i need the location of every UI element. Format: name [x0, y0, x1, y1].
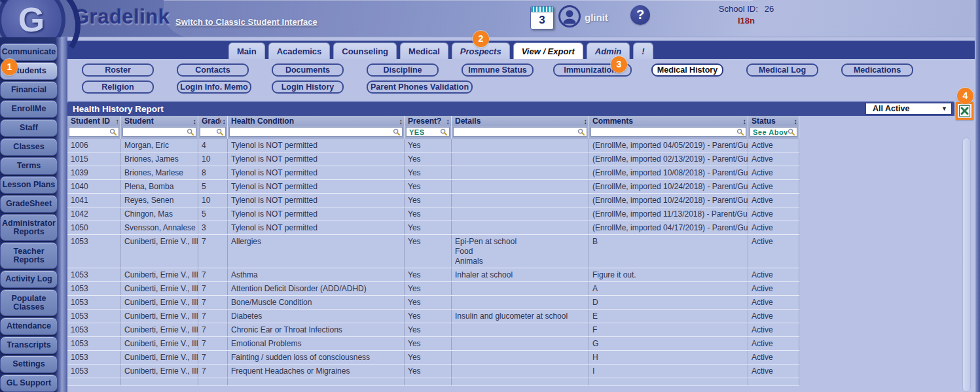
- cell-empty: [589, 378, 748, 385]
- sidebar-item-classes[interactable]: Classes: [0, 138, 58, 156]
- column-header-status[interactable]: Status↕: [748, 116, 799, 126]
- table-row[interactable]: 1042Chingon, Mas5Tylenol is NOT permitte…: [67, 207, 799, 221]
- sidebar-item-administrator-reports[interactable]: Administrator Reports: [0, 214, 58, 241]
- filter-input-health-condition[interactable]: [229, 127, 403, 137]
- cell-grade: 7: [198, 323, 228, 336]
- tab-medical[interactable]: Medical: [400, 43, 448, 59]
- table-row[interactable]: 1053Cuniberti, Ernie V., III7Fainting / …: [67, 351, 799, 365]
- table-row[interactable]: 1053Cuniberti, Ernie V., III7AllergiesYe…: [67, 235, 799, 268]
- sidebar-item-teacher-reports[interactable]: Teacher Reports: [0, 242, 58, 269]
- filter-input-comments[interactable]: [590, 127, 746, 137]
- table-row[interactable]: 1040Plena, Bomba5Tylenol is NOT permitte…: [67, 180, 799, 194]
- sidebar-item-terms[interactable]: Terms: [0, 157, 58, 175]
- filter-input-student-id[interactable]: [69, 127, 119, 137]
- table-row[interactable]: 1053Cuniberti, Ernie V., III7Frequent He…: [67, 365, 799, 378]
- filter-input-present[interactable]: YES: [406, 127, 450, 137]
- cell-student: Cuniberti, Ernie V., III: [121, 337, 198, 350]
- subnav-login-history[interactable]: Login History: [272, 80, 344, 94]
- search-icon[interactable]: [216, 128, 224, 136]
- sidebar-item-enrollme[interactable]: EnrollMe: [0, 100, 58, 118]
- cell-present: Yes: [405, 365, 452, 378]
- subnav-medications[interactable]: Medications: [841, 63, 913, 77]
- excel-export-button[interactable]: [956, 102, 973, 120]
- table-row[interactable]: 1006Morgan, Eric4Tylenol is NOT permitte…: [67, 139, 799, 152]
- classic-interface-link[interactable]: Switch to Classic Student Interface: [175, 17, 318, 27]
- search-icon[interactable]: [736, 128, 744, 136]
- column-header-present[interactable]: Present?↕: [405, 116, 452, 126]
- sidebar-item-gradesheet[interactable]: GradeSheet: [0, 195, 58, 213]
- filter-input-student[interactable]: [122, 127, 196, 137]
- tab-main[interactable]: Main: [228, 43, 265, 59]
- tab-view-export[interactable]: View / Export: [513, 43, 583, 59]
- column-header-health-condition[interactable]: Health Condition↕: [228, 116, 405, 126]
- tab-counseling[interactable]: Counseling: [333, 43, 397, 59]
- sidebar-item-financial[interactable]: Financial: [0, 81, 58, 99]
- cell-health-condition: Tylenol is NOT permitted: [228, 221, 405, 234]
- table-row[interactable]: 1053Cuniberti, Ernie V., III7DiabetesYes…: [67, 310, 799, 323]
- cell-grade: 5: [198, 207, 228, 221]
- table-row[interactable]: 1053Cuniberti, Ernie V., III7Attention D…: [67, 282, 799, 296]
- table-row[interactable]: 1053Cuniberti, Ernie V., III7Bone/Muscle…: [67, 296, 799, 310]
- subnav-parent-phones-validation[interactable]: Parent Phones Validation: [367, 80, 473, 94]
- sidebar-item-activity-log[interactable]: Activity Log: [0, 270, 58, 288]
- tab-admin[interactable]: Admin: [587, 43, 630, 59]
- column-header-comments[interactable]: Comments↕: [589, 116, 748, 126]
- table-row[interactable]: 1015Briones, James10Tylenol is NOT permi…: [67, 152, 799, 166]
- sidebar-item-lesson-plans[interactable]: Lesson Plans: [0, 176, 58, 194]
- table-row[interactable]: 1041Reyes, Senen10Tylenol is NOT permitt…: [67, 194, 799, 207]
- sidebar-item-populate-classes[interactable]: Populate Classes: [0, 289, 58, 316]
- sidebar-item-transcripts[interactable]: Transcripts: [0, 336, 58, 354]
- status-filter-dropdown[interactable]: All Active ▼: [865, 103, 952, 115]
- subnav-login-info-memo[interactable]: Login Info. Memo: [177, 80, 251, 94]
- table-row[interactable]: 1039Briones, Marlese8Tylenol is NOT perm…: [67, 166, 799, 180]
- filter-input-status[interactable]: See Above: [750, 127, 797, 137]
- table-row[interactable]: [67, 378, 799, 386]
- sidebar-item-communicate[interactable]: Communicate: [0, 43, 58, 61]
- subnav-documents[interactable]: Documents: [272, 63, 344, 77]
- cell-student-id: 1053: [67, 235, 121, 268]
- filter-cell-health-condition: [228, 126, 405, 139]
- subnav-medical-log[interactable]: Medical Log: [746, 63, 818, 77]
- cell-present: Yes: [405, 296, 452, 309]
- column-label: Comments: [592, 116, 633, 126]
- table-row[interactable]: 1053Cuniberti, Ernie V., III7Chronic Ear…: [67, 323, 799, 337]
- subnav-contacts[interactable]: Contacts: [177, 63, 249, 77]
- search-icon[interactable]: [393, 128, 401, 136]
- cell-present: Yes: [405, 337, 452, 350]
- table-header-row: Student ID↑Student↕Grade↕Health Conditio…: [67, 116, 799, 126]
- calendar-icon[interactable]: 3: [530, 6, 554, 29]
- sidebar-item-settings[interactable]: Settings: [0, 355, 58, 373]
- subnav-immune-status[interactable]: Immune Status: [462, 63, 534, 77]
- cell-student-id: 1053: [67, 365, 121, 378]
- column-header-student[interactable]: Student↕: [121, 116, 198, 126]
- sidebar-item-staff[interactable]: Staff: [0, 119, 58, 137]
- user-avatar-icon[interactable]: [558, 5, 581, 27]
- subnav-religion[interactable]: Religion: [82, 80, 154, 94]
- table-row[interactable]: 1050Svensson, Annalese3Tylenol is NOT pe…: [67, 221, 799, 235]
- column-header-details[interactable]: Details↕: [452, 116, 589, 126]
- help-icon[interactable]: ?: [630, 5, 650, 25]
- vertical-scrollbar[interactable]: [962, 137, 971, 392]
- detail-line: Inhaler at school: [455, 270, 587, 280]
- filter-input-details[interactable]: [453, 127, 587, 137]
- search-icon[interactable]: [187, 128, 194, 136]
- cell-student-id: 1053: [67, 296, 121, 309]
- subnav-roster[interactable]: Roster: [82, 63, 154, 77]
- search-icon[interactable]: [577, 128, 585, 136]
- search-icon[interactable]: [788, 128, 795, 136]
- search-icon[interactable]: [109, 128, 117, 136]
- cell-health-condition: Diabetes: [228, 310, 405, 323]
- tab-academics[interactable]: Academics: [268, 43, 331, 59]
- tab-[interactable]: !: [633, 43, 653, 59]
- search-icon[interactable]: [440, 128, 448, 136]
- table-row[interactable]: 1053Cuniberti, Ernie V., III7AsthmaYesIn…: [67, 268, 799, 282]
- subnav-medical-history[interactable]: Medical History: [651, 63, 723, 77]
- sidebar-item-attendance[interactable]: Attendance: [0, 317, 58, 335]
- column-header-grade[interactable]: Grade↕: [198, 116, 228, 126]
- table-row[interactable]: 1053Cuniberti, Ernie V., III7Emotional P…: [67, 337, 799, 351]
- cell-comments: H: [589, 351, 748, 364]
- sidebar-item-gl-support[interactable]: GL Support: [0, 374, 58, 392]
- column-header-student-id[interactable]: Student ID↑: [67, 116, 121, 126]
- subnav-discipline[interactable]: Discipline: [367, 63, 439, 77]
- filter-input-grade[interactable]: [200, 127, 226, 137]
